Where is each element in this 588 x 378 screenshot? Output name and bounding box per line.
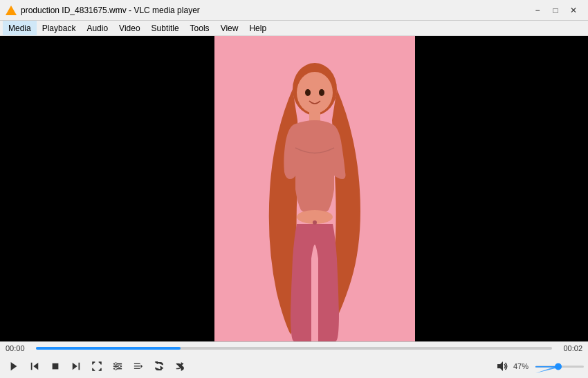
menu-media[interactable]: Media <box>3 21 37 35</box>
maximize-button[interactable]: □ <box>546 3 564 17</box>
time-current: 00:00 <box>6 344 32 352</box>
svg-rect-20 <box>134 366 140 366</box>
svg-point-18 <box>115 368 118 370</box>
svg-point-6 <box>313 220 317 225</box>
svg-rect-19 <box>134 363 140 364</box>
playback-controls: 47% <box>0 355 588 378</box>
menu-tools[interactable]: Tools <box>185 21 215 35</box>
svg-marker-9 <box>33 363 38 370</box>
volume-slider[interactable] <box>535 359 584 373</box>
black-bar-right <box>415 36 588 341</box>
next-button[interactable] <box>66 357 86 375</box>
svg-point-27 <box>555 363 562 370</box>
menu-help[interactable]: Help <box>244 21 272 35</box>
seekbar-row: 00:00 00:02 <box>0 342 588 355</box>
svg-point-4 <box>305 89 311 96</box>
video-content <box>0 36 588 341</box>
menu-bar: Media Playback Audio Video Subtitle Tool… <box>0 21 588 36</box>
volume-icon[interactable] <box>494 358 511 375</box>
loop-button[interactable] <box>149 357 169 375</box>
svg-point-1 <box>297 72 333 113</box>
volume-section: 47% <box>494 358 584 375</box>
video-person <box>252 36 377 341</box>
title-bar: production ID_4831675.wmv - VLC media pl… <box>0 0 588 21</box>
menu-view[interactable]: View <box>215 21 244 35</box>
previous-button[interactable] <box>25 357 44 375</box>
svg-marker-23 <box>497 361 503 371</box>
svg-rect-21 <box>134 368 140 369</box>
volume-percentage: 47% <box>513 362 533 370</box>
random-button[interactable] <box>170 357 190 375</box>
svg-rect-10 <box>53 363 59 370</box>
window-title: production ID_4831675.wmv - VLC media pl… <box>21 6 529 15</box>
menu-audio[interactable]: Audio <box>81 21 113 35</box>
menu-playback[interactable]: Playback <box>37 21 82 35</box>
extended-settings-button[interactable] <box>108 357 127 375</box>
vlc-app-icon <box>6 5 17 16</box>
controls-area: 00:00 00:02 <box>0 341 588 378</box>
minimize-button[interactable]: − <box>529 3 546 17</box>
video-frame <box>214 36 415 341</box>
svg-point-16 <box>115 363 118 366</box>
seekbar[interactable] <box>36 347 552 350</box>
menu-video[interactable]: Video <box>113 21 145 35</box>
svg-rect-11 <box>79 363 80 370</box>
seekbar-fill <box>36 347 181 350</box>
svg-marker-7 <box>11 362 17 370</box>
svg-marker-12 <box>73 363 77 370</box>
svg-rect-8 <box>31 363 33 370</box>
video-area <box>0 36 588 341</box>
playlist-button[interactable] <box>129 357 148 375</box>
svg-point-17 <box>118 365 121 368</box>
play-button[interactable] <box>4 357 24 375</box>
svg-marker-22 <box>141 364 143 368</box>
close-button[interactable]: ✕ <box>564 3 582 17</box>
menu-subtitle[interactable]: Subtitle <box>146 21 185 35</box>
svg-point-5 <box>319 89 324 96</box>
fullscreen-button[interactable] <box>87 357 107 375</box>
stop-button[interactable] <box>46 357 65 375</box>
black-bar-left <box>0 36 214 341</box>
time-total: 00:02 <box>556 344 582 352</box>
